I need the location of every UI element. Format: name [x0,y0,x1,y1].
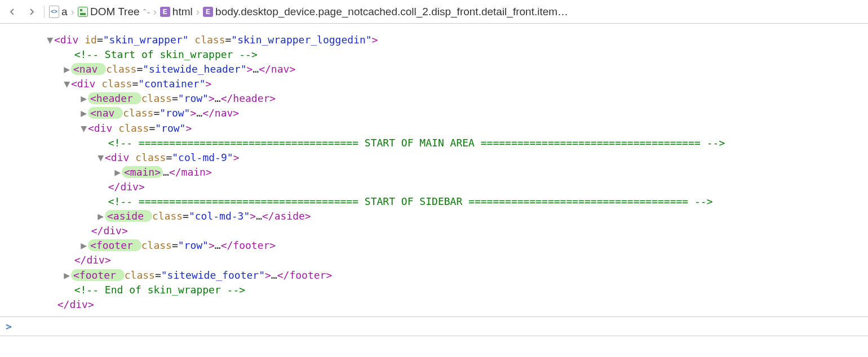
tree-node[interactable]: ▶<footer class="sitewide_footer">…</foot… [45,268,868,283]
chevron-right-icon: › [196,6,200,18]
tree-comment[interactable]: <!-- Start of skin_wrapper --> [45,47,868,62]
tree-node-close[interactable]: </div> [45,253,868,267]
breadcrumb-a-label: a [61,6,68,18]
tree-node[interactable]: ▼<div class="col-md-9"> [45,150,868,165]
tree-node-close[interactable]: </div> [45,297,868,312]
breadcrumb-html-label: html [172,6,193,18]
tree-node[interactable]: ▼<div class="container"> [45,77,868,91]
breadcrumb-dom-tree-label: DOM Tree [90,6,140,18]
breadcrumb-body-label: body.desktop_device.page_notcached.coll_… [215,6,568,18]
disclosure-closed-icon[interactable]: ▶ [96,209,104,224]
nav-forward-button[interactable] [24,4,39,20]
element-badge-icon: E [160,7,170,17]
chevron-right-icon: › [153,6,157,18]
inspector-toolbar: <> a › DOM Tree ⌃⌄ › E html › E body.des… [0,0,868,24]
disclosure-open-icon[interactable]: ▼ [96,150,104,165]
disclosure-closed-icon[interactable]: ▶ [113,165,121,180]
breadcrumb-dom-tree[interactable]: DOM Tree ⌃⌄ [78,6,150,18]
tree-node[interactable]: ▼<div class="row"> [45,121,868,136]
tree-node[interactable]: ▶<main>…</main> [45,165,868,180]
tree-comment[interactable]: <!-- End of skin_wrapper --> [45,283,868,297]
console-prompt-icon: > [6,320,12,332]
breadcrumb-html[interactable]: E html [160,6,193,18]
breadcrumb-file[interactable]: <> a [49,6,68,18]
toolbar-divider [44,6,45,18]
tree-node[interactable]: ▶<nav class="row">…</nav> [45,106,868,121]
chevron-right-icon: › [71,6,74,18]
element-badge-icon: E [203,7,213,17]
file-icon: <> [49,6,59,18]
disclosure-closed-icon[interactable]: ▶ [79,238,87,253]
tree-comment[interactable]: <!-- ===================================… [45,194,868,209]
up-down-icon[interactable]: ⌃⌄ [142,8,150,15]
dom-tree-panel: ▼<div id="skin_wrapper" class="skin_wrap… [0,24,868,316]
tree-node[interactable]: ▶<header class="row">…</header> [45,91,868,106]
tree-comment[interactable]: <!-- ===================================… [45,136,868,150]
nav-back-button[interactable] [5,4,20,20]
disclosure-open-icon[interactable]: ▼ [79,121,87,136]
disclosure-closed-icon[interactable]: ▶ [62,62,70,77]
tree-node[interactable]: ▶<nav class="sitewide_header">…</nav> [45,62,868,77]
tree-node-close[interactable]: </div> [45,180,868,194]
tree-node[interactable]: ▶<aside class="col-md-3">…</aside> [45,209,868,224]
tree-node[interactable]: ▶<footer class="row">…</footer> [45,238,868,253]
disclosure-closed-icon[interactable]: ▶ [79,106,87,121]
breadcrumb-body[interactable]: E body.desktop_device.page_notcached.col… [203,6,568,18]
console-input[interactable]: > [0,316,868,336]
disclosure-open-icon[interactable]: ▼ [62,77,70,91]
disclosure-open-icon[interactable]: ▼ [45,33,53,47]
dom-tree-icon [78,7,88,17]
disclosure-closed-icon[interactable]: ▶ [79,91,87,106]
tree-node-close[interactable]: </div> [45,224,868,238]
disclosure-closed-icon[interactable]: ▶ [62,268,70,283]
tree-node[interactable]: ▼<div id="skin_wrapper" class="skin_wrap… [45,33,868,47]
